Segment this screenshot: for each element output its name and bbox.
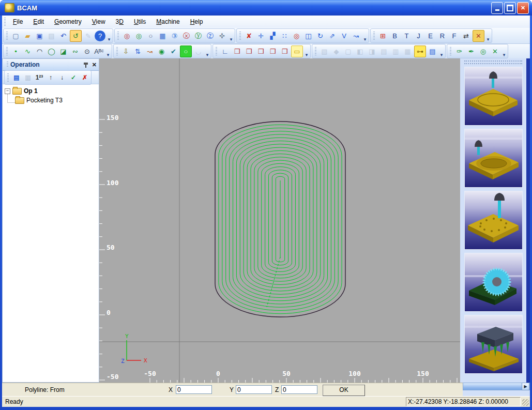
verify-button[interactable]: ✓ — [68, 72, 79, 83]
cube-view-3-button[interactable]: ❒ — [255, 46, 266, 57]
resize-grip[interactable] — [522, 399, 529, 406]
preview-drilling[interactable] — [464, 191, 523, 250]
tree-node-label[interactable]: Pocketing T3 — [26, 97, 63, 104]
expand-list-button[interactable]: ▤ — [11, 72, 22, 83]
copy-button[interactable]: ▞ — [267, 31, 278, 41]
cube-view-5-button[interactable]: ❒ — [279, 46, 290, 57]
zoom-out-button[interactable]: ◎ — [133, 31, 144, 41]
minimize-button[interactable] — [491, 2, 503, 14]
scroll-right-icon[interactable]: ▶ — [522, 383, 529, 390]
geometry-toolbar-overflow-icon[interactable]: ▾ — [105, 45, 111, 58]
z-input[interactable] — [281, 385, 317, 394]
geometry-toolbar-grip[interactable] — [6, 47, 8, 55]
view-cube-toolbar-grip[interactable] — [216, 47, 217, 55]
rectangle-button[interactable]: ◪ — [58, 46, 69, 57]
tool-toolbar-grip[interactable] — [450, 47, 451, 55]
machining-toolbar-grip[interactable] — [116, 47, 118, 55]
zoom-in-button[interactable]: ◎ — [121, 31, 132, 41]
tree-node-op1[interactable]: − Op 1 — [4, 86, 98, 96]
tool-toolbar-overflow-icon[interactable]: ▾ — [501, 45, 507, 58]
help-button[interactable]: ? — [95, 31, 105, 41]
machining-toolbar-overflow-icon[interactable]: ▾ — [204, 45, 210, 58]
erase-all-button[interactable]: ✕ — [473, 30, 484, 42]
define-tool-button[interactable]: ✑ — [454, 46, 465, 57]
center-snap-button[interactable]: ◎ — [291, 31, 302, 41]
title-bar[interactable]: BCAM ✕ — [0, 0, 532, 16]
edit-toolbar-overflow-icon[interactable]: ▾ — [362, 29, 368, 42]
open-file-button[interactable]: ▰ — [22, 31, 33, 41]
tree-node-pocketing[interactable]: Pocketing T3 — [4, 96, 98, 105]
circle-button[interactable]: ◯ — [46, 46, 57, 57]
reverse-button[interactable]: ⇄ — [461, 31, 472, 41]
operation-list-button[interactable]: ▤ — [427, 46, 438, 57]
preview-pocket-roughing[interactable] — [464, 67, 523, 126]
x-input[interactable] — [176, 385, 212, 394]
close-button[interactable]: ✕ — [517, 2, 529, 14]
delete-operation-button[interactable]: ✗ — [80, 72, 90, 83]
solid-extrude-button[interactable]: ▧ — [319, 46, 330, 57]
remove-tool-button[interactable]: ✕ — [490, 46, 500, 57]
array-button[interactable]: ∷ — [279, 31, 290, 41]
solid-boolean-button[interactable]: ▤ — [378, 46, 389, 57]
ok-button[interactable]: OK — [323, 385, 365, 396]
pin-icon[interactable] — [83, 62, 89, 68]
move-down-button[interactable]: ↓ — [57, 72, 67, 83]
menu-3d[interactable]: 3D — [111, 17, 129, 27]
lead-in-button[interactable]: ◡ — [193, 46, 204, 57]
expander-icon[interactable]: − — [5, 88, 10, 94]
edit-tool-button[interactable]: ✒ — [466, 46, 477, 57]
menu-view[interactable]: View — [87, 17, 111, 27]
multi-axis-button[interactable]: ⇅ — [132, 46, 143, 57]
operation-toolbar-group-grip[interactable] — [7, 73, 9, 82]
solids-toolbar-overflow-icon[interactable]: ▾ — [438, 45, 445, 58]
drill-button[interactable]: ⇩ — [120, 46, 131, 57]
horizontal-scrollbar[interactable]: ▶ — [463, 383, 530, 390]
menu-help[interactable]: Help — [185, 17, 208, 27]
menu-file[interactable]: File — [8, 17, 28, 27]
rotate-button[interactable]: ↻ — [315, 31, 326, 41]
x-view-button[interactable]: ⓧ — [181, 31, 192, 41]
plane-view-button[interactable]: ▭ — [291, 45, 303, 57]
view-cube-toolbar-overflow-icon[interactable]: ▾ — [303, 45, 310, 58]
tree-node-label[interactable]: Op 1 — [24, 87, 38, 95]
pocketing-active-button[interactable]: ○ — [180, 45, 192, 57]
trim-button[interactable]: T — [401, 31, 412, 41]
modify-toolbar-grip[interactable] — [373, 32, 375, 40]
menu-edit[interactable]: Edit — [28, 17, 49, 27]
toolpath-button[interactable]: ↝ — [144, 46, 155, 57]
grid-button[interactable]: ⊞ — [377, 31, 388, 41]
tool-library-button[interactable]: ◎ — [478, 46, 489, 57]
menu-utils[interactable]: Utils — [129, 17, 151, 27]
mirror-button[interactable]: ◫ — [303, 31, 314, 41]
zoom-window-button[interactable]: ○ — [145, 31, 156, 41]
solid-slice-button[interactable]: ◧ — [355, 46, 366, 57]
text-button[interactable]: Aᴮᶜ — [94, 46, 104, 57]
extend-button[interactable]: E — [425, 31, 436, 41]
join-button[interactable]: ↝ — [351, 31, 361, 41]
solid-shell-button[interactable]: ◨ — [367, 46, 377, 57]
z-view-button[interactable]: ⓩ — [205, 31, 216, 41]
move-up-button[interactable]: ↑ — [45, 72, 56, 83]
solid-surface-button[interactable]: ▦ — [402, 46, 413, 57]
menubar-grip[interactable] — [4, 18, 6, 26]
move-button[interactable]: ✛ — [255, 31, 266, 41]
select-mode-button[interactable]: ↺ — [70, 30, 82, 42]
cube-view-2-button[interactable]: ❒ — [244, 46, 254, 57]
solid-revolve-button[interactable]: ◆ — [331, 46, 342, 57]
standard-toolbar-overflow-icon[interactable]: ▾ — [106, 29, 112, 42]
y-input[interactable] — [236, 385, 272, 394]
preview-sawing[interactable] — [464, 253, 523, 312]
fillet-button[interactable]: F — [449, 31, 460, 41]
menu-machine[interactable]: Machine — [151, 17, 185, 27]
solid-sweep-button[interactable]: ▢ — [343, 46, 354, 57]
radius-button[interactable]: R — [437, 31, 448, 41]
solid-mesh-button[interactable]: ▥ — [390, 46, 401, 57]
contour-button[interactable]: ✔ — [168, 46, 179, 57]
panel-grip[interactable] — [7, 62, 8, 68]
stretch-button[interactable]: ⇗ — [327, 31, 338, 41]
polyline-button[interactable]: ∿ — [22, 46, 33, 57]
cube-view-4-button[interactable]: ❒ — [267, 46, 278, 57]
zoom-all-button[interactable]: ▦ — [157, 31, 168, 41]
preview-multi-drilling[interactable] — [464, 315, 523, 374]
pan-button[interactable]: ✜ — [217, 31, 227, 41]
